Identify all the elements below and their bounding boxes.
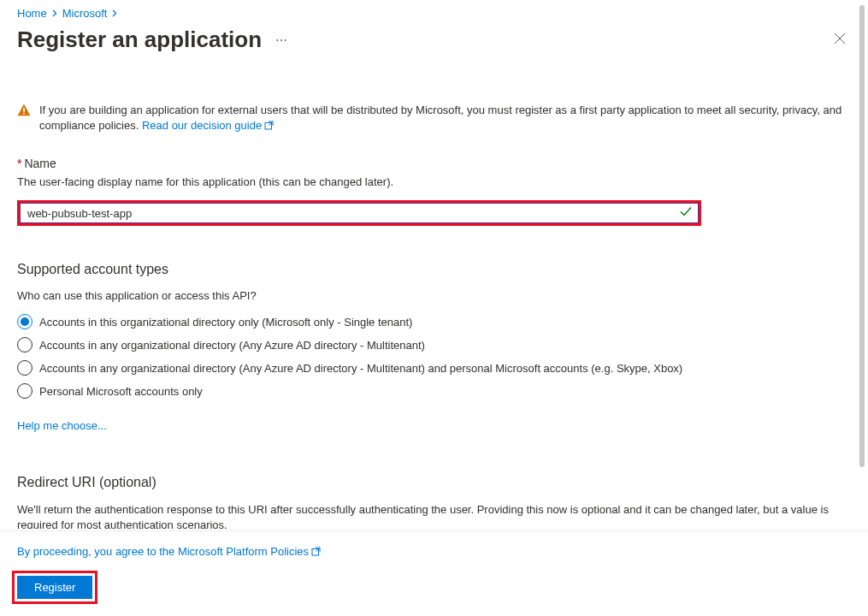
warning-text: If you are building an application for e…	[39, 103, 851, 134]
radio-label: Accounts in any organizational directory…	[39, 339, 425, 352]
warning-icon	[17, 104, 31, 120]
external-link-icon	[311, 546, 321, 559]
account-types-radio-group: Accounts in this organizational director…	[17, 314, 851, 399]
svg-rect-0	[23, 108, 25, 112]
policy-agreement: By proceeding, you agree to the Microsof…	[17, 545, 851, 559]
page-header: Register an application ⋯	[17, 27, 851, 53]
page-title: Register an application	[17, 27, 262, 53]
radio-multitenant-personal[interactable]: Accounts in any organizational directory…	[17, 360, 851, 376]
radio-single-tenant[interactable]: Accounts in this organizational director…	[17, 314, 851, 329]
name-hint: The user-facing display name for this ap…	[17, 175, 851, 188]
close-icon	[834, 33, 846, 44]
account-types-title: Supported account types	[17, 262, 851, 277]
radio-icon	[17, 337, 32, 352]
radio-multitenant[interactable]: Accounts in any organizational directory…	[17, 337, 851, 352]
register-button[interactable]: Register	[17, 576, 92, 599]
radio-icon	[17, 314, 32, 329]
breadcrumb-home[interactable]: Home	[17, 7, 47, 20]
name-input-highlight	[17, 200, 701, 226]
footer: By proceeding, you agree to the Microsof…	[0, 530, 868, 616]
breadcrumb-microsoft[interactable]: Microsoft	[62, 7, 108, 20]
chevron-right-icon	[52, 9, 57, 19]
required-indicator: *	[17, 157, 21, 170]
platform-policies-link[interactable]: By proceeding, you agree to the Microsof…	[17, 545, 321, 558]
decision-guide-link[interactable]: Read our decision guide	[142, 119, 274, 132]
radio-icon	[17, 383, 32, 399]
more-menu-icon[interactable]: ⋯	[275, 33, 288, 47]
warning-banner: If you are building an application for e…	[17, 103, 851, 134]
check-icon	[680, 207, 692, 220]
scrollbar-thumb[interactable]	[859, 5, 865, 467]
radio-label: Accounts in any organizational directory…	[39, 362, 682, 375]
register-button-highlight: Register	[12, 571, 97, 604]
svg-rect-1	[23, 113, 25, 115]
radio-icon	[17, 360, 32, 376]
close-button[interactable]	[834, 31, 851, 49]
chevron-right-icon	[112, 9, 117, 19]
radio-personal-only[interactable]: Personal Microsoft accounts only	[17, 383, 851, 399]
name-label: *Name	[17, 157, 851, 170]
breadcrumb: Home Microsoft	[17, 7, 851, 20]
external-link-icon	[264, 119, 274, 134]
radio-label: Personal Microsoft accounts only	[39, 385, 203, 398]
redirect-uri-description: We'll return the authentication response…	[17, 502, 851, 529]
radio-label: Accounts in this organizational director…	[39, 316, 412, 329]
redirect-uri-title: Redirect URI (optional)	[17, 475, 851, 490]
name-input[interactable]	[20, 203, 699, 223]
help-me-choose-link[interactable]: Help me choose...	[17, 419, 107, 432]
scrollbar[interactable]	[859, 5, 865, 522]
account-types-question: Who can use this application or access t…	[17, 289, 851, 302]
